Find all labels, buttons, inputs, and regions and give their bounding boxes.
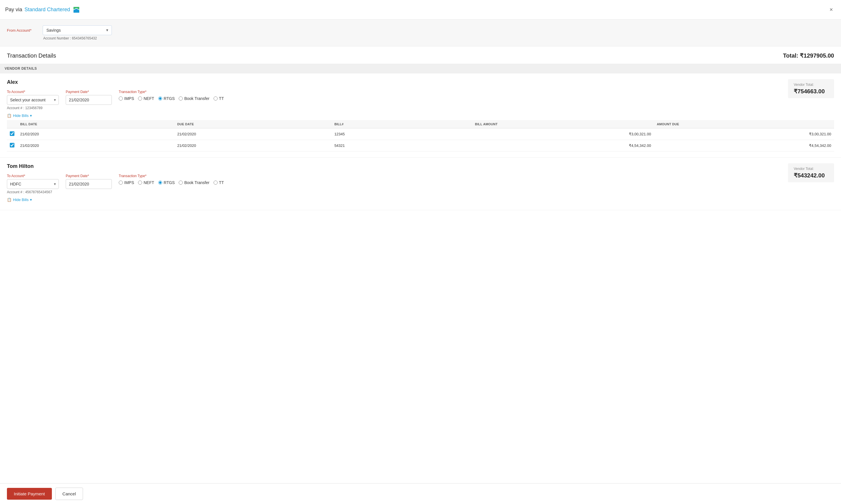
transaction-section: Transaction Details Total: ₹1297905.00 [0,47,841,59]
alex-bills-table-header-row: BILL DATE DUE DATE BILL# BILL AMOUNT AMO… [7,120,834,128]
cancel-button[interactable]: Cancel [55,488,83,500]
modal-content: From Account* Savings Current Fixed Depo… [0,20,841,233]
alex-row1-amount-due: ₹3,00,321.00 [654,128,834,140]
alex-hide-bills-label: Hide Bills [13,113,29,118]
tom-payment-date-label: Payment Date* [66,174,112,178]
vendor-details-banner: VENDOR DETAILS [0,64,841,73]
from-account-row: From Account* Savings Current Fixed Depo… [7,25,834,40]
tom-radio-book-transfer[interactable]: Book Transfer [179,180,209,185]
payment-modal: Pay via Standard Chartered × From Accoun… [0,0,841,504]
modal-footer: Initiate Payment Cancel [0,483,841,504]
alex-row1-due-date: 21/02/2020 [174,128,331,140]
alex-row2-checkbox[interactable] [10,143,14,147]
tom-radio-neft-input[interactable] [138,181,142,185]
alex-payment-date-input[interactable] [66,95,112,105]
alex-col-bill-amount [435,120,472,128]
alex-row2-due-date: 21/02/2020 [174,140,331,151]
tom-hide-bills-label: Hide Bills [13,198,29,202]
tom-radio-neft-label: NEFT [143,180,154,185]
tom-radio-imps-input[interactable] [119,181,123,185]
alex-col-checkbox [7,120,17,128]
tom-radio-book-transfer-input[interactable] [179,181,183,185]
tom-transaction-type-label: Transaction Type* [119,174,224,178]
alex-row1-bill-number: 12345 [331,128,435,140]
alex-account-ref: Account # : 123456789 [7,106,59,110]
alex-row1-checkbox-cell [7,128,17,140]
alex-radio-neft-input[interactable] [138,96,142,101]
tom-radio-tt[interactable]: TT [214,180,224,185]
alex-radio-imps[interactable]: IMPS [119,96,134,101]
alex-radio-tt[interactable]: TT [214,96,224,101]
vendor-total-box-alex: Vendor Total: ₹754663.00 [788,79,834,98]
alex-col-due-date: DUE DATE [174,120,331,128]
alex-row2-amount-due: ₹4,54,342.00 [654,140,834,151]
alex-form-row: To Account* Select your account HDFC ICI… [7,90,834,110]
alex-to-account-group: To Account* Select your account HDFC ICI… [7,90,59,110]
alex-radio-rtgs-input[interactable] [158,96,162,101]
alex-bills-icon: 📋 [7,113,12,118]
alex-row2-checkbox-cell [7,140,17,151]
bank-logo-icon [72,6,81,14]
alex-row2-bill-date: 21/02/2020 [17,140,174,151]
header-left: Pay via Standard Chartered [5,6,81,14]
tom-form-row: To Account* Select your account HDFC ICI… [7,174,834,194]
tom-to-account-select[interactable]: Select your account HDFC ICICI SBI [7,179,59,189]
tom-bills-icon: 📋 [7,198,12,202]
alex-radio-rtgs[interactable]: RTGS [158,96,175,101]
alex-row1-checkbox[interactable] [10,131,14,136]
alex-to-account-select[interactable]: Select your account HDFC ICICI SBI [7,95,59,105]
svg-marker-1 [73,8,79,13]
transaction-header: Transaction Details Total: ₹1297905.00 [7,52,834,59]
bank-name: Standard Chartered [24,7,70,13]
alex-hide-bills-link[interactable]: 📋 Hide Bills ▾ [7,113,834,118]
tom-radio-rtgs-label: RTGS [164,180,175,185]
vendor-total-label-tom: Vendor Total: [794,167,828,171]
tom-radio-tt-input[interactable] [214,181,217,185]
close-button[interactable]: × [828,5,834,14]
tom-hide-bills-chevron-icon: ▾ [30,198,32,202]
tom-radio-rtgs-input[interactable] [158,181,162,185]
from-account-content: Savings Current Fixed Deposit ▼ Account … [43,25,112,40]
alex-row2-empty [435,140,472,151]
pay-via-label: Pay via [5,7,22,13]
alex-radio-imps-input[interactable] [119,96,123,101]
alex-payment-date-label: Payment Date* [66,90,112,94]
alex-bills-table: BILL DATE DUE DATE BILL# BILL AMOUNT AMO… [7,120,834,151]
vendor-section-alex: Vendor Total: ₹754663.00 Alex To Account… [0,73,841,158]
initiate-payment-button[interactable]: Initiate Payment [7,488,52,500]
alex-radio-book-transfer-label: Book Transfer [184,96,209,101]
tom-account-ref: Account # : 45678765434567 [7,190,59,194]
modal-header: Pay via Standard Chartered × [0,0,841,20]
tom-payment-date-input[interactable] [66,179,112,189]
table-row: 21/02/2020 21/02/2020 12345 ₹3,00,321.00… [7,128,834,140]
from-account-label: From Account* [7,25,36,33]
vendor-name-alex: Alex [7,79,834,85]
alex-row1-bill-date: 21/02/2020 [17,128,174,140]
alex-row1-bill-amount: ₹3,00,321.00 [472,128,654,140]
alex-row2-bill-amount: ₹4,54,342.00 [472,140,654,151]
tom-hide-bills-link[interactable]: 📋 Hide Bills ▾ [7,198,834,202]
tom-radio-imps[interactable]: IMPS [119,180,134,185]
vendor-total-value-tom: ₹543242.00 [794,172,828,179]
alex-to-account-select-wrapper: Select your account HDFC ICICI SBI ▼ [7,95,59,105]
tom-radio-rtgs[interactable]: RTGS [158,180,175,185]
from-account-section: From Account* Savings Current Fixed Depo… [0,20,841,47]
alex-col-bill-amount-header: BILL AMOUNT [472,120,654,128]
tom-to-account-select-wrapper: Select your account HDFC ICICI SBI ▼ [7,179,59,189]
alex-radio-book-transfer-input[interactable] [179,96,183,101]
tom-radio-book-transfer-label: Book Transfer [184,180,209,185]
alex-to-account-label: To Account* [7,90,59,94]
from-account-select[interactable]: Savings Current Fixed Deposit [43,25,112,35]
alex-radio-group: IMPS NEFT RTGS Book Transfer [119,96,224,101]
tom-to-account-group: To Account* Select your account HDFC ICI… [7,174,59,194]
alex-radio-tt-label: TT [219,96,224,101]
alex-row1-empty [435,128,472,140]
transaction-title: Transaction Details [7,52,56,59]
tom-radio-tt-label: TT [219,180,224,185]
tom-radio-group: IMPS NEFT RTGS Book Transfer [119,180,224,185]
alex-radio-tt-input[interactable] [214,96,217,101]
alex-radio-book-transfer[interactable]: Book Transfer [179,96,209,101]
account-number-display: Account Number : 6543456765432 [43,36,112,40]
alex-radio-neft[interactable]: NEFT [138,96,154,101]
tom-radio-neft[interactable]: NEFT [138,180,154,185]
